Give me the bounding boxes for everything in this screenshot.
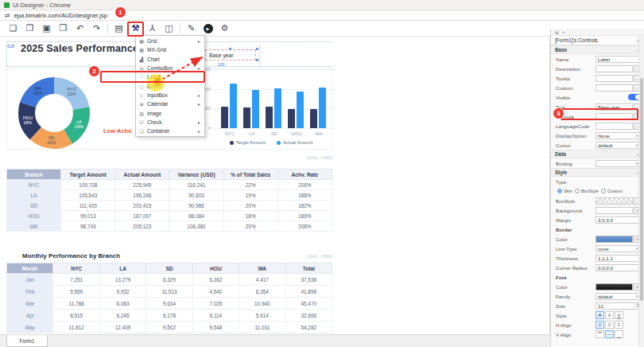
boxstyle-radio[interactable] [575, 189, 580, 193]
open-icon[interactable]: ❐ [21, 22, 38, 35]
dock-icon[interactable]: ⊞ [555, 29, 559, 35]
section-data[interactable]: Data ∧ [551, 150, 644, 158]
selection-guide [259, 45, 260, 66]
custom-radio[interactable] [601, 189, 606, 193]
border-color-swatch[interactable] [596, 236, 633, 243]
margin-input[interactable] [596, 216, 641, 224]
form-tab-bar: Form1 [0, 334, 550, 347]
menu-item-label: Grid [147, 38, 198, 44]
align-center-button[interactable]: ≡ [605, 321, 614, 329]
donut-label: WA20% [33, 86, 42, 96]
custom-label: Custom [556, 85, 596, 91]
menu-item-mx-grid[interactable]: ▩MX-Grid [136, 45, 204, 54]
form1-tab[interactable]: Form1 [6, 335, 48, 347]
settings-icon[interactable]: ⚙ [216, 22, 233, 35]
bar-sd-actual [274, 88, 281, 128]
collapse-panel-icon[interactable]: » [562, 29, 564, 34]
menu-item-label: Calendar [147, 101, 198, 107]
cursor-select[interactable]: default∨ [596, 142, 641, 149]
new-file-icon[interactable]: ❏ [5, 22, 21, 35]
hierarchy-icon[interactable]: ⅄ [144, 22, 161, 35]
row-custom: Custom … [551, 83, 644, 92]
row-visible: Visible [551, 92, 644, 102]
bar-wa-target [310, 109, 317, 128]
section-style-title: Style [555, 170, 637, 175]
column-header: HOU [192, 263, 239, 274]
skin-radio[interactable] [557, 189, 562, 193]
valign-middle-button[interactable]: ― [605, 330, 614, 338]
save-icon[interactable]: ▣ [38, 22, 55, 35]
low-achv-label: Low Achv. [103, 127, 133, 135]
corner-radius-input[interactable] [596, 264, 641, 271]
thickness-input[interactable] [596, 255, 641, 262]
custom-input[interactable] [596, 84, 633, 92]
button-icon: ▢ [136, 84, 147, 89]
table-cell: 20% [223, 221, 277, 232]
binding-select[interactable]: ∨ [596, 160, 641, 167]
table-cell: 18% [223, 211, 277, 221]
description-input[interactable] [596, 65, 633, 72]
scrollbar-thumb[interactable] [640, 78, 643, 301]
table-cell: 90,603 [169, 190, 223, 201]
languagecode-input[interactable] [596, 123, 633, 130]
design-canvas[interactable]: 628 2025 Sales Performance by Branch Bas… [0, 37, 550, 334]
monthly-table: MonthNYCLASDHOUWATotalJan7,25113,2796,32… [6, 263, 332, 333]
table-cell: Feb [7, 286, 53, 298]
menu-item-label: Chart [147, 57, 198, 62]
underline-button[interactable]: A [615, 311, 623, 319]
type-label: Type [556, 179, 641, 185]
base-year-label-control[interactable]: Base year [205, 49, 256, 60]
table-cell: 8,515 [53, 310, 99, 322]
section-base[interactable]: Base ∧ [551, 45, 644, 54]
designer-id-tag: 628 [7, 44, 14, 49]
menu-item-chart[interactable]: ▟Chart▸ [136, 55, 204, 64]
donut-label: NYC22% [67, 87, 76, 96]
valign-bottom-button[interactable]: ▁ [615, 330, 623, 338]
image-icon: ▨ [136, 111, 147, 116]
family-select[interactable]: default∨ [596, 293, 641, 300]
row-border-color: Color ∨ [551, 234, 644, 244]
italic-button[interactable]: A [605, 311, 614, 319]
linetype-select[interactable]: none∨ [596, 245, 641, 252]
panel-scrollbar[interactable] [638, 37, 644, 347]
undo-icon[interactable]: ↶ [72, 22, 88, 35]
annotation-box-label-item [100, 71, 205, 83]
menu-item-check[interactable]: ☑Check▸ [136, 118, 204, 127]
bold-button[interactable]: A [596, 311, 604, 319]
displayoption-select[interactable]: None∨ [596, 132, 641, 139]
menu-item-calendar[interactable]: ⊞Calendar▸ [136, 99, 204, 108]
edit-icon[interactable]: ✎ [183, 22, 200, 35]
data-source-icon[interactable]: ▤ [111, 22, 127, 35]
section-style[interactable]: Style ∧ [551, 168, 644, 177]
align-right-button[interactable]: ≡ [615, 321, 623, 329]
save-as-icon[interactable]: ❒ [55, 22, 72, 35]
dataset-icon[interactable]: ◫ [161, 22, 177, 35]
table-cell: 188% [277, 190, 332, 201]
menu-item-image[interactable]: ▨Image [136, 108, 204, 117]
boxstyle-swatch[interactable] [596, 197, 633, 205]
url-text[interactable]: epa.bimatrix.com/AUD/designer.jsp [14, 12, 107, 19]
redo-icon[interactable]: ↷ [88, 22, 105, 35]
binding-label: Binding [556, 161, 596, 166]
align-left-button[interactable]: ≡ [596, 321, 604, 329]
swap-tab-icon[interactable]: ⇄ [5, 12, 10, 19]
table-cell: 187,097 [115, 211, 169, 221]
name-input[interactable] [596, 56, 641, 63]
menu-item-inputbox[interactable]: ▯InputBox▸ [136, 91, 204, 99]
table-cell: 9,932 [99, 286, 145, 298]
submenu-arrow-icon: ▸ [198, 92, 204, 98]
menu-item-button[interactable]: ▢Button [136, 81, 204, 90]
x-axis-label: SD [263, 131, 285, 136]
valign-top-button[interactable]: ▔ [596, 330, 604, 338]
tooltip-input[interactable] [596, 75, 633, 82]
menu-item-container[interactable]: ❏Container▸ [136, 127, 204, 135]
url-bar[interactable]: ⇄ epa.bimatrix.com/AUD/designer.jsp [0, 10, 644, 21]
menu-item-grid[interactable]: ▦Grid▸ [136, 37, 204, 45]
background-input[interactable] [596, 207, 633, 214]
table-cell: 7,025 [192, 298, 239, 310]
size-spinner[interactable]: 12▲▼ [596, 302, 641, 310]
run-icon[interactable]: ▶ [200, 22, 216, 35]
font-color-swatch[interactable] [596, 283, 633, 290]
font-style-label: Style [556, 313, 596, 318]
unit-note: (Unit : USD) [308, 155, 332, 160]
